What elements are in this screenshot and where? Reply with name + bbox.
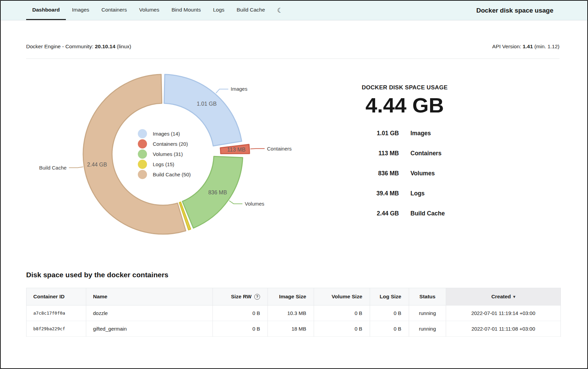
legend-item-containers[interactable]: Containers (20) [138, 139, 191, 149]
usage-row-build-cache: 2.44 GBBuild Cache [333, 204, 476, 224]
containers-table: Container IDNameSize RW?Image SizeVolume… [26, 288, 561, 337]
column-header-label: Container ID [33, 294, 65, 300]
tab-volumes[interactable]: Volumes [133, 1, 165, 20]
usage-label: Build Cache [410, 210, 476, 217]
callout-line-containers [251, 148, 265, 149]
engine-version-text: Docker Engine - Community: 20.10.14 (lin… [26, 43, 131, 50]
usage-size: 2.44 GB [333, 210, 399, 217]
legend-label: Logs (15) [153, 161, 174, 167]
usage-size: 39.4 MB [333, 190, 399, 197]
sort-desc-icon: ▾ [513, 294, 515, 299]
cell-log-size: 0 B [370, 321, 409, 337]
column-header-label: Log Size [380, 294, 401, 300]
column-header-label: Status [419, 294, 435, 300]
legend-swatch-icon [138, 129, 147, 138]
usage-label: Images [410, 130, 476, 137]
tab-containers[interactable]: Containers [95, 1, 133, 20]
cell-created: 2022-07-01 11:19:14 +03:00 [446, 305, 561, 321]
summary-title: DOCKER DISK SPACE USAGE [333, 84, 476, 91]
top-nav: DashboardImagesContainersVolumesBind Mou… [1, 1, 587, 20]
legend-label: Containers (20) [153, 141, 188, 147]
usage-row-volumes: 836 MBVolumes [333, 163, 476, 183]
disk-usage-summary: DOCKER DISK SPACE USAGE 4.44 GB 1.01 GBI… [333, 84, 476, 224]
containers-section-heading: Disk space used by the docker containers [26, 271, 168, 279]
table-body: a7c8c17f0f0adozzle0 B10.3 MB0 B0 Brunnin… [26, 305, 561, 337]
column-header-label: Name [93, 294, 107, 300]
column-header-label: Volume Size [332, 294, 362, 300]
tab-bind-mounts[interactable]: Bind Mounts [165, 1, 207, 20]
cell-status: running [409, 305, 446, 321]
cell-image-size: 18 MB [268, 321, 314, 337]
cell-status: running [409, 321, 446, 337]
legend-item-logs[interactable]: Logs (15) [138, 159, 191, 169]
callout-label-containers: Containers [267, 146, 292, 152]
tab-dashboard[interactable]: Dashboard [26, 1, 66, 20]
column-header-label: Size RW [231, 294, 252, 300]
legend-swatch-icon [138, 160, 147, 169]
column-header-size-rw[interactable]: Size RW? [213, 288, 268, 305]
app-title: Docker disk space usage [476, 7, 553, 14]
cell-container-id: b8f29ba229cf [26, 321, 86, 337]
legend-item-build-cache[interactable]: Build Cache (50) [138, 169, 191, 179]
callout-label-images: Images [231, 86, 247, 92]
section-divider [26, 58, 559, 59]
table-row-dozzle: a7c8c17f0f0adozzle0 B10.3 MB0 B0 Brunnin… [26, 305, 561, 321]
column-header-log-size[interactable]: Log Size [370, 288, 409, 305]
tab-images[interactable]: Images [66, 1, 95, 20]
docker-disk-usage-page: DashboardImagesContainersVolumesBind Mou… [0, 0, 588, 369]
cell-created: 2022-07-01 11:11:08 +03:00 [446, 321, 561, 337]
legend-label: Volumes (31) [153, 151, 183, 157]
legend-swatch-icon [138, 150, 147, 159]
table-row-gifted-germain: b8f29ba229cfgifted_germain0 B18 MB0 B0 B… [26, 321, 561, 337]
usage-size: 836 MB [333, 170, 399, 177]
summary-rows: 1.01 GBImages113 MBContainers836 MBVolum… [333, 123, 476, 224]
usage-label: Containers [410, 150, 476, 157]
column-header-label: Created [491, 294, 511, 300]
callout-line-build-cache [69, 167, 83, 168]
help-icon[interactable]: ? [254, 294, 260, 300]
chart-legend: Images (14)Containers (20)Volumes (31)Lo… [138, 128, 191, 179]
usage-size: 1.01 GB [333, 130, 399, 137]
column-header-status[interactable]: Status [409, 288, 446, 305]
column-header-image-size[interactable]: Image Size [268, 288, 314, 305]
callout-line-images [216, 89, 228, 93]
tab-build-cache[interactable]: Build Cache [231, 1, 271, 20]
column-header-volume-size[interactable]: Volume Size [314, 288, 370, 305]
column-header-created[interactable]: Created▾ [446, 288, 561, 305]
usage-label: Logs [410, 190, 476, 197]
usage-label: Volumes [410, 170, 476, 177]
usage-size: 113 MB [333, 150, 399, 157]
engine-info-bar: Docker Engine - Community: 20.10.14 (lin… [26, 43, 559, 50]
tab-logs[interactable]: Logs [207, 1, 231, 20]
callout-label-volumes: Volumes [245, 201, 264, 207]
legend-label: Images (14) [153, 131, 180, 137]
column-header-name[interactable]: Name [86, 288, 213, 305]
cell-log-size: 0 B [370, 305, 409, 321]
cell-image-size: 10.3 MB [268, 305, 314, 321]
legend-swatch-icon [138, 139, 147, 148]
cell-volume-size: 0 B [314, 321, 370, 337]
segment-value-label: 1.01 GB [197, 101, 217, 107]
dark-mode-toggle[interactable]: ☾ [271, 1, 289, 20]
cell-name: gifted_germain [86, 321, 213, 337]
cell-size-rw: 0 B [213, 305, 268, 321]
legend-item-images[interactable]: Images (14) [138, 128, 191, 139]
moon-icon: ☾ [277, 6, 283, 14]
table-header-row: Container IDNameSize RW?Image SizeVolume… [26, 288, 561, 305]
summary-total-size: 4.44 GB [333, 93, 476, 117]
legend-label: Build Cache (50) [153, 172, 191, 177]
segment-value-label: 2.44 GB [87, 162, 107, 168]
legend-item-volumes[interactable]: Volumes (31) [138, 149, 191, 159]
usage-row-containers: 113 MBContainers [333, 143, 476, 163]
legend-swatch-icon [138, 170, 147, 179]
cell-volume-size: 0 B [314, 305, 370, 321]
nav-tabs: DashboardImagesContainersVolumesBind Mou… [26, 1, 271, 20]
column-header-label: Image Size [279, 294, 306, 300]
callout-line-volumes [229, 200, 242, 204]
cell-container-id: a7c8c17f0f0a [26, 305, 86, 321]
api-version-text: API Version: 1.41 (min. 1.12) [492, 43, 559, 50]
usage-row-logs: 39.4 MBLogs [333, 183, 476, 204]
usage-row-images: 1.01 GBImages [333, 123, 476, 143]
column-header-container-id[interactable]: Container ID [26, 288, 86, 305]
segment-value-label: 836 MB [208, 190, 227, 195]
